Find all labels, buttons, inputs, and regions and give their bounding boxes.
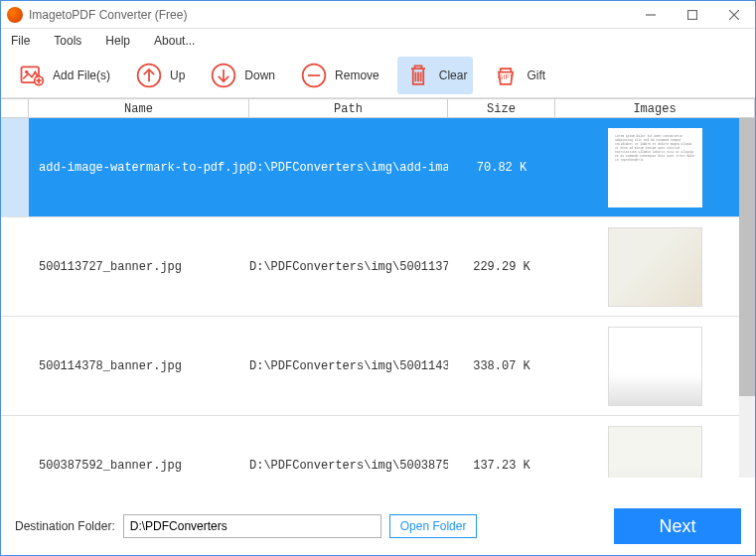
destination-input[interactable]	[123, 514, 381, 538]
cell-path: D:\PDFConverters\img\500113727...	[249, 260, 448, 274]
menu-help[interactable]: Help	[105, 34, 130, 48]
menu-about[interactable]: About...	[154, 34, 195, 48]
cell-name: 500113727_banner.jpg	[29, 260, 249, 274]
table-row[interactable]: 500114378_banner.jpg D:\PDFConverters\im…	[1, 317, 755, 416]
file-table: Name Path Size Images add-image-watermar…	[1, 98, 755, 478]
add-file-label: Add File(s)	[53, 69, 110, 82]
down-button[interactable]: Down	[203, 57, 281, 94]
thumbnail-image	[608, 327, 702, 406]
table-row[interactable]: add-image-watermark-to-pdf.jpg D:\PDFCon…	[1, 118, 755, 217]
arrow-down-icon	[209, 61, 238, 90]
thumbnail-image	[608, 227, 702, 307]
svg-text:GIFT: GIFT	[498, 73, 515, 80]
remove-icon	[299, 61, 329, 90]
cell-thumbnail	[555, 327, 755, 406]
trash-icon	[403, 61, 433, 90]
col-size[interactable]: Size	[448, 99, 555, 117]
row-handle[interactable]	[1, 317, 29, 415]
cell-name: add-image-watermark-to-pdf.jpg	[29, 161, 249, 175]
remove-button[interactable]: Remove	[293, 57, 385, 94]
clear-button[interactable]: Clear	[397, 57, 474, 94]
table-header: Name Path Size Images	[1, 98, 755, 118]
up-button[interactable]: Up	[128, 57, 191, 94]
svg-rect-1	[688, 10, 697, 19]
destination-label: Destination Folder:	[15, 519, 115, 533]
table-row[interactable]: 500113727_banner.jpg D:\PDFConverters\im…	[1, 217, 755, 317]
cell-size: 229.29 K	[448, 260, 555, 274]
cell-path: D:\PDFConverters\img\add-image...	[249, 161, 448, 175]
add-file-icon	[17, 61, 47, 90]
arrow-up-icon	[134, 61, 164, 90]
gift-button[interactable]: GIFT Gift	[485, 57, 551, 94]
maximize-button[interactable]	[672, 1, 713, 29]
bottom-bar: Destination Folder: Open Folder Next	[1, 497, 755, 555]
cell-name: 500387592_banner.jpg	[29, 459, 249, 473]
thumbnail-image	[608, 426, 702, 479]
remove-label: Remove	[335, 69, 379, 82]
row-handle[interactable]	[1, 416, 29, 478]
app-icon	[7, 7, 23, 23]
down-label: Down	[244, 69, 275, 82]
menu-tools[interactable]: Tools	[54, 34, 81, 48]
scrollbar-thumb[interactable]	[739, 118, 755, 396]
toolbar: Add File(s) Up Down Remove Clear GIFT Gi…	[1, 53, 755, 98]
window-controls	[630, 1, 755, 29]
close-button[interactable]	[713, 1, 755, 29]
cell-size: 70.82 K	[448, 161, 555, 175]
minimize-button[interactable]	[630, 1, 672, 29]
cell-thumbnail	[555, 227, 755, 307]
open-folder-button[interactable]: Open Folder	[389, 514, 478, 538]
gift-icon: GIFT	[491, 61, 521, 90]
clear-label: Clear	[439, 69, 468, 82]
next-button[interactable]: Next	[614, 508, 741, 544]
thumbnail-image: Lorem ipsum dolor sit amet consectetur a…	[608, 128, 702, 208]
cell-size: 338.07 K	[448, 359, 555, 373]
col-name[interactable]: Name	[29, 99, 249, 117]
titlebar: ImagetoPDF Converter (Free)	[1, 1, 755, 29]
col-path[interactable]: Path	[249, 99, 448, 117]
cell-path: D:\PDFConverters\img\500387592...	[249, 459, 448, 473]
menu-file[interactable]: File	[11, 34, 30, 48]
cell-name: 500114378_banner.jpg	[29, 359, 249, 373]
cell-size: 137.23 K	[448, 459, 555, 473]
gift-label: Gift	[527, 69, 545, 82]
col-handle	[1, 99, 29, 117]
table-row[interactable]: 500387592_banner.jpg D:\PDFConverters\im…	[1, 416, 755, 478]
menubar: File Tools Help About...	[1, 29, 755, 53]
add-file-button[interactable]: Add File(s)	[11, 57, 116, 94]
cell-thumbnail	[555, 426, 755, 479]
col-images[interactable]: Images	[555, 99, 755, 117]
row-handle[interactable]	[1, 118, 29, 216]
cell-path: D:\PDFConverters\img\500114378...	[249, 359, 448, 373]
cell-thumbnail: Lorem ipsum dolor sit amet consectetur a…	[555, 128, 755, 208]
window-title: ImagetoPDF Converter (Free)	[29, 8, 630, 22]
vertical-scrollbar[interactable]	[739, 118, 755, 478]
up-label: Up	[170, 69, 185, 82]
row-handle[interactable]	[1, 217, 29, 316]
table-body: add-image-watermark-to-pdf.jpg D:\PDFCon…	[1, 118, 755, 478]
